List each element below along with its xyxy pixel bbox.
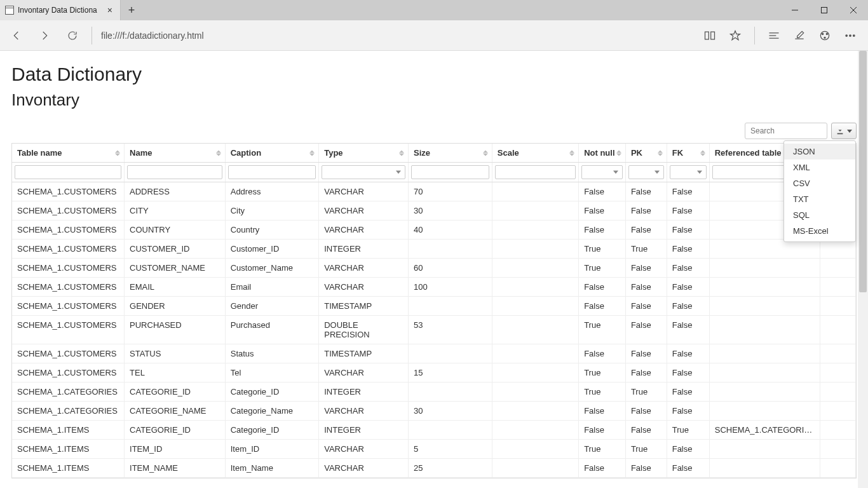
export-option-json[interactable]: JSON xyxy=(784,144,855,159)
hub-icon[interactable] xyxy=(764,23,784,48)
table-cell: False xyxy=(579,402,626,421)
vertical-scrollbar[interactable] xyxy=(858,51,868,488)
table-cell xyxy=(820,440,856,459)
table-cell: VARCHAR xyxy=(319,459,409,478)
table-cell: 100 xyxy=(409,278,492,297)
table-cell: False xyxy=(579,459,626,478)
col-header[interactable]: Name xyxy=(125,144,226,163)
favorite-star-icon[interactable] xyxy=(725,23,745,48)
table-cell: False xyxy=(579,344,626,363)
reading-view-icon[interactable] xyxy=(700,23,720,48)
col-header[interactable]: Size xyxy=(409,144,492,163)
page-icon xyxy=(5,6,14,15)
filter-select[interactable] xyxy=(322,165,405,179)
export-option-csv[interactable]: CSV xyxy=(784,175,855,191)
window-minimize-button[interactable] xyxy=(780,0,810,20)
back-button[interactable] xyxy=(4,23,29,48)
new-tab-button[interactable]: + xyxy=(121,0,142,20)
table-row[interactable]: SCHEMA_1.CUSTOMERSEMAILEmailVARCHAR100Fa… xyxy=(12,278,856,297)
export-option-xml[interactable]: XML xyxy=(784,159,855,175)
table-cell: VARCHAR xyxy=(319,363,409,383)
sort-icon[interactable] xyxy=(658,150,663,156)
search-input[interactable] xyxy=(745,123,827,139)
table-cell xyxy=(709,402,820,421)
scrollbar-thumb[interactable] xyxy=(859,51,867,292)
table-cell: True xyxy=(579,259,626,278)
filter-select[interactable] xyxy=(581,165,623,179)
notes-icon[interactable] xyxy=(789,23,810,48)
sort-icon[interactable] xyxy=(309,150,315,156)
share-icon[interactable] xyxy=(815,23,835,48)
export-option-sql[interactable]: SQL xyxy=(784,207,855,223)
close-tab-icon[interactable]: × xyxy=(105,5,115,15)
table-row[interactable]: SCHEMA_1.ITEMSCATEGORIE_IDCategorie_IDIN… xyxy=(12,421,856,440)
filter-input[interactable] xyxy=(495,165,576,179)
col-header[interactable]: Type xyxy=(319,144,409,163)
forward-button[interactable] xyxy=(32,23,57,48)
table-cell: SCHEMA_1.CATEGORIES xyxy=(12,383,125,402)
table-cell xyxy=(709,383,820,402)
table-cell: False xyxy=(667,278,709,297)
table-cell: CATEGORIE_NAME xyxy=(125,402,226,421)
filter-input[interactable] xyxy=(127,165,222,179)
window-maximize-button[interactable] xyxy=(810,0,839,20)
col-header[interactable]: FK xyxy=(667,144,709,163)
table-cell: False xyxy=(579,220,626,240)
sort-icon[interactable] xyxy=(616,150,621,156)
col-header[interactable]: PK xyxy=(625,144,667,163)
table-cell: True xyxy=(625,383,667,402)
table-row[interactable]: SCHEMA_1.CUSTOMERSTELTelVARCHAR15TrueFal… xyxy=(12,363,856,383)
browser-toolbar: file:///f:/datadictionary.html xyxy=(0,20,868,51)
table-row[interactable]: SCHEMA_1.CUSTOMERSSTATUSStatusTIMESTAMPF… xyxy=(12,344,856,363)
table-row[interactable]: SCHEMA_1.ITEMSITEM_NAMEItem_NameVARCHAR2… xyxy=(12,459,856,478)
table-cell xyxy=(820,297,856,316)
table-cell: Customer_ID xyxy=(225,240,319,259)
table-row[interactable]: SCHEMA_1.CATEGORIESCATEGORIE_IDCategorie… xyxy=(12,383,856,402)
table-cell: True xyxy=(579,440,626,459)
export-option-ms-excel[interactable]: MS-Excel xyxy=(784,223,855,239)
table-cell: Customer_Name xyxy=(225,259,319,278)
address-bar[interactable]: file:///f:/datadictionary.html xyxy=(98,27,697,44)
table-row[interactable]: SCHEMA_1.CUSTOMERSADDRESSAddressVARCHAR7… xyxy=(12,182,856,201)
more-icon[interactable] xyxy=(840,23,860,48)
sort-icon[interactable] xyxy=(216,150,221,156)
table-row[interactable]: SCHEMA_1.CUSTOMERSCITYCityVARCHAR30False… xyxy=(12,201,856,220)
table-row[interactable]: SCHEMA_1.CUSTOMERSCUSTOMER_IDCustomer_ID… xyxy=(12,240,856,259)
table-cell xyxy=(709,344,820,363)
table-cell: 25 xyxy=(409,459,492,478)
sort-icon[interactable] xyxy=(569,150,574,156)
table-row[interactable]: SCHEMA_1.CATEGORIESCATEGORIE_NAMECategor… xyxy=(12,402,856,421)
filter-select[interactable] xyxy=(670,165,707,179)
col-header[interactable]: Caption xyxy=(225,144,319,163)
table-cell: True xyxy=(625,440,667,459)
svg-point-13 xyxy=(853,34,855,36)
export-button[interactable]: JSONXMLCSVTXTSQLMS-Excel xyxy=(831,123,857,139)
table-row[interactable]: SCHEMA_1.CUSTOMERSPURCHASEDPurchasedDOUB… xyxy=(12,316,856,344)
table-cell xyxy=(492,240,578,259)
filter-select[interactable] xyxy=(628,165,664,179)
table-cell xyxy=(409,421,492,440)
table-row[interactable]: SCHEMA_1.CUSTOMERSCOUNTRYCountryVARCHAR4… xyxy=(12,220,856,240)
filter-input[interactable] xyxy=(15,165,121,179)
table-cell: SCHEMA_1.CUSTOMERS xyxy=(12,316,125,344)
window-close-button[interactable] xyxy=(839,0,868,20)
col-header[interactable]: Scale xyxy=(492,144,578,163)
table-cell xyxy=(492,278,578,297)
filter-input[interactable] xyxy=(228,165,316,179)
sort-icon[interactable] xyxy=(483,150,488,156)
table-row[interactable]: SCHEMA_1.CUSTOMERSGENDERGenderTIMESTAMPF… xyxy=(12,297,856,316)
table-row[interactable]: SCHEMA_1.CUSTOMERSCUSTOMER_NAMECustomer_… xyxy=(12,259,856,278)
col-header[interactable]: Not null xyxy=(579,144,626,163)
table-cell: False xyxy=(579,278,626,297)
col-header[interactable]: Table name xyxy=(12,144,125,163)
table-cell: False xyxy=(667,440,709,459)
table-cell: SCHEMA_1.CUSTOMERS xyxy=(12,297,125,316)
export-option-txt[interactable]: TXT xyxy=(784,191,855,207)
refresh-button[interactable] xyxy=(60,23,85,48)
sort-icon[interactable] xyxy=(115,150,120,156)
filter-input[interactable] xyxy=(411,165,489,179)
sort-icon[interactable] xyxy=(700,150,705,156)
sort-icon[interactable] xyxy=(399,150,404,156)
browser-tab[interactable]: Invontary Data Dictiona × xyxy=(0,0,121,20)
table-row[interactable]: SCHEMA_1.ITEMSITEM_IDItem_IDVARCHAR5True… xyxy=(12,440,856,459)
